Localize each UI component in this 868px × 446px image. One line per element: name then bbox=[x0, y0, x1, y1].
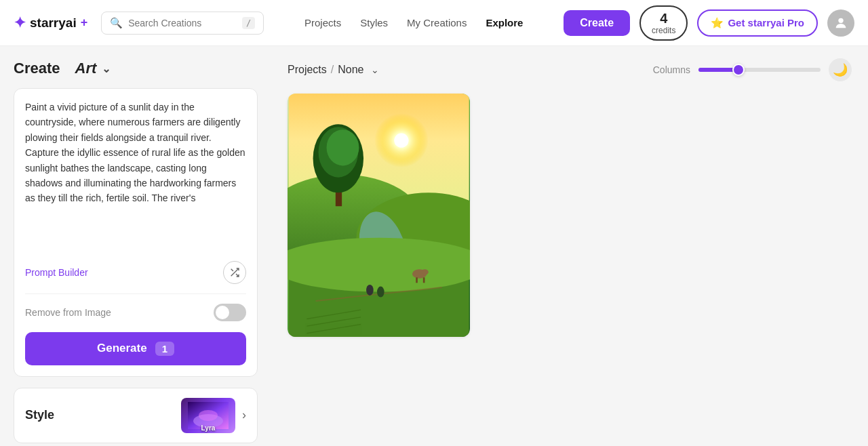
image-grid bbox=[288, 94, 852, 337]
remove-from-image-row: Remove from Image bbox=[25, 293, 246, 321]
credits-label: credits bbox=[652, 26, 675, 35]
search-shortcut: / bbox=[242, 17, 255, 29]
svg-point-15 bbox=[327, 129, 359, 165]
get-pro-button[interactable]: ⭐ Get starryai Pro bbox=[697, 9, 818, 37]
svg-point-3 bbox=[199, 410, 218, 421]
create-button[interactable]: Create bbox=[564, 10, 630, 36]
create-chevron-icon[interactable]: ⌄ bbox=[102, 62, 111, 75]
svg-point-18 bbox=[377, 287, 384, 298]
create-label: Create bbox=[14, 60, 60, 77]
breadcrumb-chevron-icon[interactable]: ⌄ bbox=[371, 64, 379, 75]
header-left: ✦ starryai+ 🔍 / bbox=[14, 12, 264, 35]
nav-item-styles[interactable]: Styles bbox=[360, 17, 388, 28]
toggle-knob bbox=[216, 306, 229, 319]
style-arrow-icon[interactable]: › bbox=[242, 408, 246, 422]
dark-mode-button[interactable]: 🌙 bbox=[829, 58, 852, 81]
style-thumbnail: Lyra bbox=[181, 398, 235, 433]
prompt-footer: Prompt Builder bbox=[25, 261, 246, 284]
main-nav: Projects Styles My Creations Explore bbox=[304, 17, 523, 28]
svg-point-22 bbox=[421, 269, 429, 275]
logo-text: starryai bbox=[30, 16, 77, 31]
art-label: Art bbox=[75, 60, 97, 77]
svg-rect-20 bbox=[416, 277, 418, 283]
style-name-label: Lyra bbox=[181, 424, 235, 432]
nav-item-explore[interactable]: Explore bbox=[486, 17, 523, 28]
generate-button[interactable]: Generate 1 bbox=[25, 332, 246, 365]
columns-control: Columns 🌙 bbox=[653, 58, 852, 81]
left-panel: Create Art ⌄ Paint a vivid picture of a … bbox=[0, 46, 271, 446]
breadcrumb[interactable]: Projects / None ⌄ bbox=[288, 64, 379, 76]
header: ✦ starryai+ 🔍 / Projects Styles My Creat… bbox=[0, 0, 868, 46]
prompt-card: Paint a vivid picture of a sunlit day in… bbox=[14, 88, 258, 377]
prompt-textarea[interactable]: Paint a vivid picture of a sunlit day in… bbox=[25, 100, 246, 251]
credits-count: 4 bbox=[660, 11, 667, 26]
search-box[interactable]: 🔍 / bbox=[101, 12, 264, 35]
svg-point-6 bbox=[394, 134, 408, 148]
columns-slider[interactable] bbox=[698, 68, 821, 72]
nav-item-my-creations[interactable]: My Creations bbox=[407, 17, 467, 28]
logo-plus: + bbox=[81, 16, 88, 30]
breadcrumb-sub: None bbox=[338, 64, 363, 76]
columns-label: Columns bbox=[653, 64, 690, 75]
pro-button-label: Get starryai Pro bbox=[728, 17, 804, 28]
image-card[interactable] bbox=[288, 94, 470, 337]
remove-from-image-label: Remove from Image bbox=[25, 307, 111, 318]
svg-point-11 bbox=[288, 238, 470, 292]
pro-star-icon: ⭐ bbox=[711, 17, 724, 29]
logo[interactable]: ✦ starryai+ bbox=[14, 14, 87, 32]
nav-item-projects[interactable]: Projects bbox=[304, 17, 341, 28]
generate-count-badge: 1 bbox=[155, 342, 174, 356]
image-placeholder bbox=[288, 94, 470, 337]
search-icon: 🔍 bbox=[110, 17, 123, 29]
svg-point-17 bbox=[366, 285, 374, 296]
generate-label: Generate bbox=[97, 342, 147, 355]
svg-point-0 bbox=[838, 18, 843, 22]
style-card[interactable]: Style bbox=[14, 388, 258, 443]
search-input[interactable] bbox=[128, 18, 237, 28]
right-panel: Projects / None ⌄ Columns 🌙 bbox=[271, 46, 868, 446]
main-content: Create Art ⌄ Paint a vivid picture of a … bbox=[0, 46, 868, 446]
breadcrumb-project: Projects bbox=[288, 64, 327, 76]
remove-from-image-toggle[interactable] bbox=[214, 304, 246, 321]
logo-star-icon: ✦ bbox=[14, 14, 26, 32]
slider-thumb[interactable] bbox=[732, 64, 745, 76]
style-label: Style bbox=[25, 408, 54, 422]
svg-rect-21 bbox=[423, 277, 425, 283]
right-header: Projects / None ⌄ Columns 🌙 bbox=[288, 58, 852, 81]
avatar[interactable] bbox=[827, 9, 854, 37]
shuffle-button[interactable] bbox=[223, 261, 246, 284]
prompt-builder-link[interactable]: Prompt Builder bbox=[25, 267, 88, 278]
header-right: Create 4 credits ⭐ Get starryai Pro bbox=[564, 5, 854, 41]
credits-button[interactable]: 4 credits bbox=[639, 5, 688, 41]
breadcrumb-separator: / bbox=[331, 64, 334, 76]
create-art-title: Create Art ⌄ bbox=[14, 60, 258, 77]
